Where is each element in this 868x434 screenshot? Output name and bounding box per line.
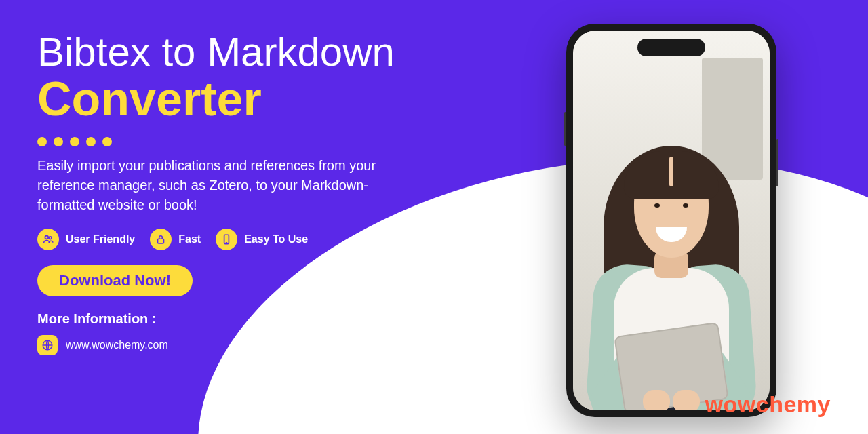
accent-dots (37, 137, 471, 146)
website-row[interactable]: www.wowchemy.com (37, 335, 471, 355)
feature-label: User Friendly (66, 233, 135, 245)
feature-easy: Easy To Use (216, 229, 308, 250)
brand-logo: wowchemy (705, 391, 831, 418)
hero-content: Bibtex to Markdown Converter Easily impo… (37, 31, 471, 355)
feature-label: Fast (178, 233, 201, 245)
globe-icon (37, 335, 58, 355)
svg-rect-2 (158, 239, 164, 243)
feature-label: Easy To Use (244, 233, 308, 245)
title-line-2: Converter (37, 75, 471, 125)
more-info-title: More Information : (37, 311, 471, 327)
dot-icon (37, 137, 47, 146)
dot-icon (86, 137, 96, 146)
website-url: www.wowchemy.com (66, 339, 168, 351)
dot-icon (102, 137, 112, 146)
person-illustration (590, 98, 753, 410)
lock-icon (150, 229, 172, 250)
svg-point-1 (49, 236, 52, 239)
feature-user-friendly: User Friendly (37, 229, 135, 250)
phone-mockup (566, 24, 776, 417)
phone-notch (637, 39, 705, 56)
download-button[interactable]: Download Now! (37, 265, 193, 296)
feature-fast: Fast (150, 229, 201, 250)
dot-icon (70, 137, 79, 146)
users-icon (37, 229, 59, 250)
phone-screen (573, 31, 770, 410)
dot-icon (54, 137, 63, 146)
feature-row: User Friendly Fast Easy To Use (37, 229, 471, 250)
phone-icon (216, 229, 237, 250)
description-text: Easily import your publications and refe… (37, 156, 417, 215)
title-line-1: Bibtex to Markdown (37, 31, 471, 73)
more-info-section: More Information : www.wowchemy.com (37, 311, 471, 355)
svg-point-0 (45, 235, 48, 239)
